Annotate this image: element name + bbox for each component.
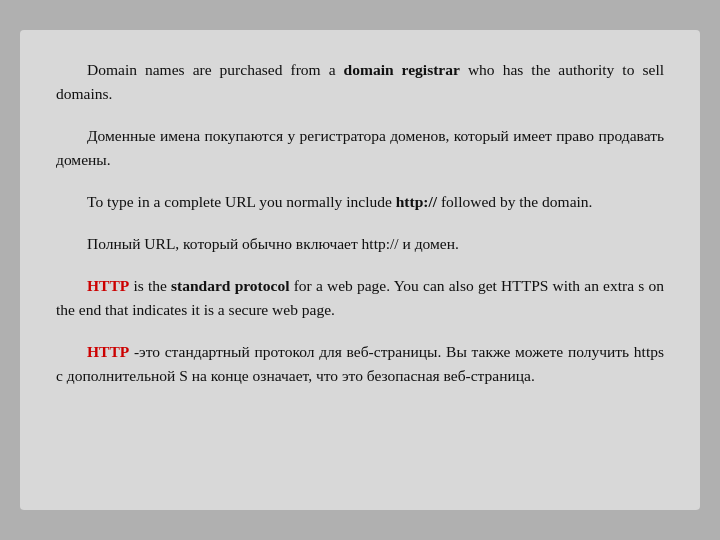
paragraph-3-ru: HTTP -это стандартный протокол для веб-с…	[56, 340, 664, 388]
content-card: Domain names are purchased from a domain…	[20, 30, 700, 510]
paragraph-3-en: HTTP is the standard protocol for a web …	[56, 274, 664, 322]
bold-standard-protocol: standard protocol	[171, 277, 289, 294]
bold-domain-registrar: domain registrar	[344, 61, 460, 78]
paragraph-2-ru: Полный URL, который обычно включает http…	[56, 232, 664, 256]
http-label-en: HTTP	[87, 277, 129, 294]
paragraph-2-en: To type in a complete URL you normally i…	[56, 190, 664, 214]
bold-http: http://	[396, 193, 437, 210]
paragraph-1-ru: Доменные имена покупаются у регистратора…	[56, 124, 664, 172]
http-label-ru: HTTP	[87, 343, 129, 360]
paragraph-1-en: Domain names are purchased from a domain…	[56, 58, 664, 106]
